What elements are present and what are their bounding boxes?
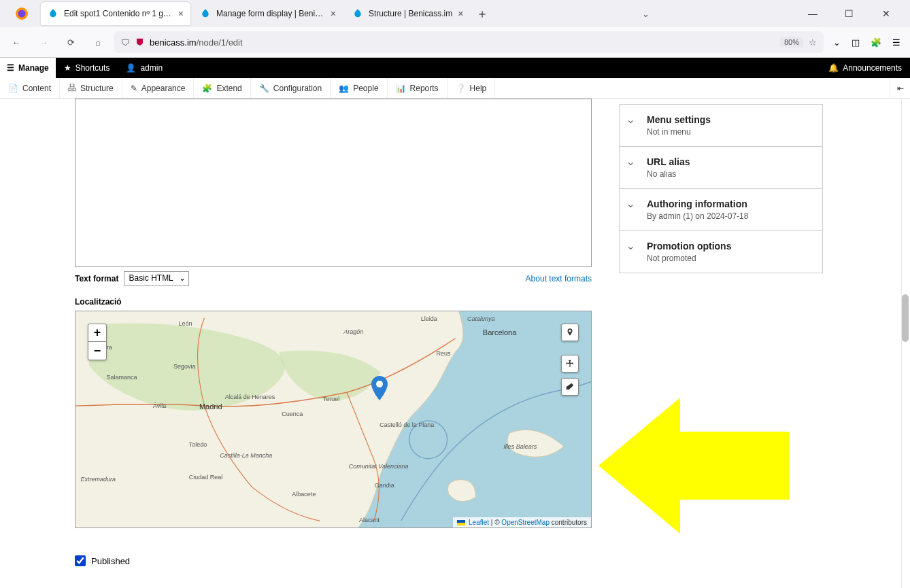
map-label-segovia: Segovia xyxy=(173,363,196,370)
zoom-out-button[interactable]: − xyxy=(88,342,106,360)
wrench-icon: 🔧 xyxy=(259,84,269,93)
new-tab-button[interactable]: ＋ xyxy=(473,4,492,23)
map-label-barcelona: Barcelona xyxy=(483,328,517,336)
authoring-info-panel[interactable]: Authoring information By admin (1) on 20… xyxy=(619,188,823,230)
map-label-avila: Ávila xyxy=(153,402,167,409)
drupal-subtoolbar: 📄Content 品Structure ✎Appearance 🧩Extend … xyxy=(0,78,910,99)
map-label-madrid: Madrid xyxy=(199,402,222,411)
people-link[interactable]: 👥People xyxy=(331,78,387,98)
people-icon: 👥 xyxy=(339,84,349,93)
leaflet-link[interactable]: Leaflet xyxy=(469,519,489,526)
extensions-icon[interactable]: ◫ xyxy=(852,37,860,48)
reload-button[interactable]: ⟳ xyxy=(60,31,82,53)
tab-structure[interactable]: Structure | Benicass.im × xyxy=(346,2,470,25)
puzzle-piece-icon: 🧩 xyxy=(202,84,212,93)
shortcuts-link[interactable]: ★ Shortcuts xyxy=(56,58,118,78)
url-bar[interactable]: 🛡 ⛊ benicass.im/node/1/edit 80% ☆ xyxy=(114,31,824,53)
text-format-select[interactable]: Basic HTML ⌄ xyxy=(124,271,188,286)
locate-button[interactable] xyxy=(561,324,579,341)
edit-form-sidebar: Menu settings Not in menu URL alias No a… xyxy=(619,104,823,588)
home-button[interactable]: ⌂ xyxy=(87,31,109,53)
back-button[interactable]: ← xyxy=(5,31,27,53)
reports-link[interactable]: 📊Reports xyxy=(388,78,448,98)
content-link[interactable]: 📄Content xyxy=(0,78,60,98)
map-marker-icon[interactable] xyxy=(371,376,388,402)
map-label-castello: Castelló de la Plana xyxy=(380,421,434,428)
body-textarea[interactable] xyxy=(75,99,592,267)
chart-icon: 📊 xyxy=(396,84,406,93)
published-checkbox[interactable] xyxy=(75,555,86,566)
map-label-teruel: Teruel xyxy=(323,396,340,402)
announcements-link[interactable]: 🔔 Announcements xyxy=(820,63,910,73)
map-label-clm: Castilla-La Mancha xyxy=(220,452,272,459)
leaflet-map[interactable]: Madrid Barcelona Castelló de la Plana Co… xyxy=(75,311,592,528)
map-label-creal: Ciudad Real xyxy=(189,474,223,481)
map-label-cuenca: Cuenca xyxy=(282,411,303,417)
osm-link[interactable]: OpenStreetMap xyxy=(501,519,550,526)
hamburger-icon: ☰ xyxy=(7,63,14,73)
close-icon[interactable]: × xyxy=(331,8,336,19)
forward-button[interactable]: → xyxy=(33,31,54,53)
lock-insecure-icon: ⛊ xyxy=(135,37,144,48)
pocket-icon[interactable]: ⌄ xyxy=(833,37,841,48)
addr-right-icons: ⌄ ◫ 🧩 ☰ xyxy=(829,37,905,48)
map-label-toledo: Toledo xyxy=(189,441,207,448)
svg-point-4 xyxy=(376,381,383,387)
about-text-formats-link[interactable]: About text formats xyxy=(526,274,592,283)
chevron-down-icon: ⌄ xyxy=(179,273,186,283)
address-bar-row: ← → ⟳ ⌂ 🛡 ⛊ benicass.im/node/1/edit 80% … xyxy=(0,27,910,57)
user-link[interactable]: 👤 admin xyxy=(118,58,171,78)
manage-toggle[interactable]: ☰ Manage xyxy=(0,58,56,78)
bookmark-star-icon[interactable]: ☆ xyxy=(809,37,817,48)
text-format-label: Text format xyxy=(75,274,118,283)
url-alias-panel[interactable]: URL alias No alias xyxy=(619,146,823,188)
extend-link[interactable]: 🧩Extend xyxy=(194,78,250,98)
puzzle-icon[interactable]: 🧩 xyxy=(871,37,881,48)
menu-icon[interactable]: ☰ xyxy=(892,37,900,48)
promotion-options-panel[interactable]: Promotion options Not promoted xyxy=(619,230,823,273)
zoom-badge[interactable]: 80% xyxy=(780,37,803,48)
map-label-alicante: Alacant xyxy=(359,517,380,523)
structure-link[interactable]: 品Structure xyxy=(60,78,122,98)
drupal-icon xyxy=(48,8,58,19)
scrollbar[interactable] xyxy=(901,99,909,588)
tab-title: Edit spot1 Contenido nº 1 geol xyxy=(64,9,173,18)
zoom-in-button[interactable]: + xyxy=(88,324,106,342)
collapse-toolbar-button[interactable]: ⇤ xyxy=(890,78,910,99)
url-text: benicass.im/node/1/edit xyxy=(150,37,775,48)
map-label-lleida: Lleida xyxy=(421,315,437,322)
close-window-button[interactable]: ✕ xyxy=(873,8,899,19)
tab-edit-spot1[interactable]: Edit spot1 Contenido nº 1 geol × xyxy=(41,2,190,25)
map-label-gandia: Gandia xyxy=(375,482,394,489)
structure-icon: 品 xyxy=(68,82,76,94)
drupal-icon xyxy=(200,8,211,19)
tab-manage-form[interactable]: Manage form display | Benicass × xyxy=(193,2,343,25)
panel-subtitle: By admin (1) on 2024-07-18 xyxy=(647,211,811,221)
map-edit-tools xyxy=(561,324,579,396)
map-attribution: Leaflet | © OpenStreetMap contributors xyxy=(453,517,591,528)
flag-icon xyxy=(457,520,465,525)
close-icon[interactable]: × xyxy=(458,8,463,19)
configuration-link[interactable]: 🔧Configuration xyxy=(251,78,331,98)
drupal-icon xyxy=(352,8,363,19)
minimize-button[interactable]: — xyxy=(800,8,826,19)
help-link[interactable]: ❔Help xyxy=(448,78,496,98)
panel-title: Authoring information xyxy=(647,198,811,209)
map-label-valencia: Comunitat Valenciana xyxy=(349,463,409,470)
map-label-balears: Illes Balears xyxy=(503,443,537,450)
map-label-leon: León xyxy=(179,320,192,327)
browser-chrome: Edit spot1 Contenido nº 1 geol × Manage … xyxy=(0,0,910,58)
scrollbar-thumb[interactable] xyxy=(902,294,909,342)
shield-icon: 🛡 xyxy=(121,37,130,48)
appearance-link[interactable]: ✎Appearance xyxy=(122,78,195,98)
erase-button[interactable] xyxy=(561,378,579,396)
maximize-button[interactable]: ☐ xyxy=(837,8,862,19)
location-field-label: Localització xyxy=(75,297,592,307)
tabs-dropdown-icon[interactable]: ⌄ xyxy=(628,9,663,19)
published-row: Published xyxy=(75,555,592,566)
svg-point-1 xyxy=(18,10,25,17)
move-button[interactable] xyxy=(561,355,579,373)
menu-settings-panel[interactable]: Menu settings Not in menu xyxy=(619,104,823,146)
close-icon[interactable]: × xyxy=(178,8,184,19)
tab-strip: Edit spot1 Contenido nº 1 geol × Manage … xyxy=(0,0,910,27)
